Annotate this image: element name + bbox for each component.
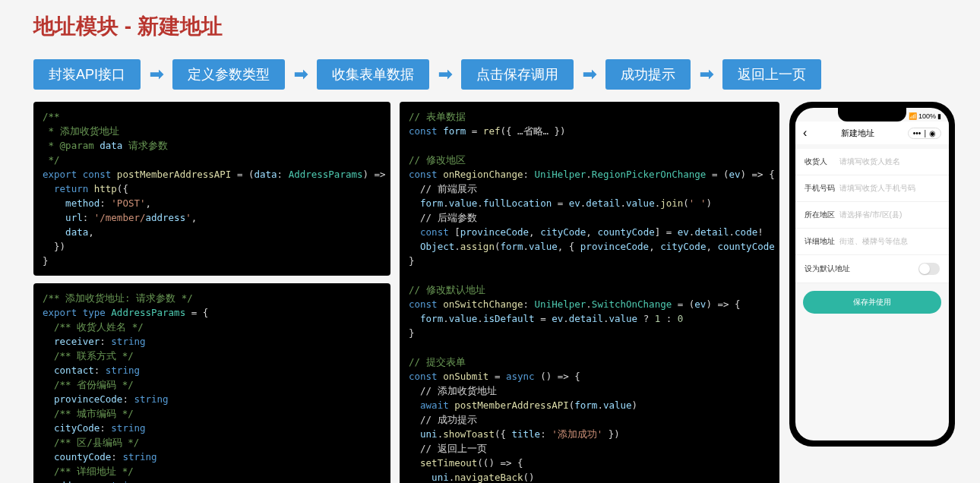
- label-contact: 手机号码: [805, 183, 839, 194]
- label-address: 详细地址: [805, 236, 839, 247]
- target-icon[interactable]: ◉: [929, 129, 936, 137]
- placeholder-receiver: 请填写收货人姓名: [839, 156, 940, 167]
- form-row-default[interactable]: 设为默认地址: [795, 255, 949, 283]
- phone-page-title: 新建地址: [841, 128, 874, 139]
- step-4: 点击保存调用: [461, 59, 574, 90]
- step-3: 收集表单数据: [317, 59, 429, 90]
- code-logic-block: // 表单数据 const form = ref({ …省略… }) // 修改…: [400, 102, 779, 483]
- miniprogram-capsule[interactable]: ••• | ◉: [908, 128, 941, 139]
- form-row-receiver[interactable]: 收货人 请填写收货人姓名: [795, 149, 949, 175]
- arrow-icon: ➡: [700, 65, 713, 84]
- placeholder-region: 请选择省/市/区(县): [839, 210, 940, 220]
- phone-mockup: 📶 100% ▮ ‹ 新建地址 ••• | ◉ 收货人 请填: [789, 102, 955, 447]
- arrow-icon: ➡: [438, 65, 452, 84]
- back-icon[interactable]: ‹: [803, 126, 807, 140]
- label-region: 所在地区: [805, 210, 839, 220]
- page-title: 地址模块 - 新建地址: [33, 12, 947, 41]
- phone-notch: [838, 108, 906, 122]
- form-row-contact[interactable]: 手机号码 请填写收货人手机号码: [795, 175, 949, 202]
- code-api-block: /** * 添加收货地址 * @param data 请求参数 */ expor…: [33, 102, 390, 276]
- step-6: 返回上一页: [722, 59, 821, 90]
- form-row-region[interactable]: 所在地区 请选择省/市/区(县): [795, 202, 949, 229]
- arrow-icon: ➡: [150, 65, 163, 84]
- address-form: 收货人 请填写收货人姓名 手机号码 请填写收货人手机号码 所在地区 请选择省/市…: [795, 149, 949, 283]
- step-2: 定义参数类型: [172, 59, 285, 90]
- step-5: 成功提示: [605, 59, 691, 90]
- form-row-address[interactable]: 详细地址 街道、楼牌号等信息: [795, 229, 949, 255]
- placeholder-contact: 请填写收货人手机号码: [839, 183, 940, 194]
- label-receiver: 收货人: [805, 156, 839, 167]
- arrow-icon: ➡: [294, 65, 308, 84]
- placeholder-address: 街道、楼牌号等信息: [839, 236, 940, 247]
- menu-icon[interactable]: •••: [913, 129, 922, 137]
- arrow-icon: ➡: [583, 65, 596, 84]
- code-types-block: /** 添加收货地址: 请求参数 */ export type AddressP…: [33, 283, 390, 483]
- battery-icon: ▮: [937, 112, 941, 120]
- battery-text: 100%: [918, 112, 936, 120]
- step-1: 封装API接口: [33, 59, 141, 90]
- phone-header: ‹ 新建地址 ••• | ◉: [795, 122, 949, 144]
- default-switch[interactable]: [918, 263, 940, 275]
- steps-flow: 封装API接口 ➡ 定义参数类型 ➡ 收集表单数据 ➡ 点击保存调用 ➡ 成功提…: [33, 59, 947, 90]
- save-button[interactable]: 保存并使用: [803, 291, 941, 314]
- signal-icon: 📶: [909, 112, 917, 120]
- label-default: 设为默认地址: [805, 264, 850, 274]
